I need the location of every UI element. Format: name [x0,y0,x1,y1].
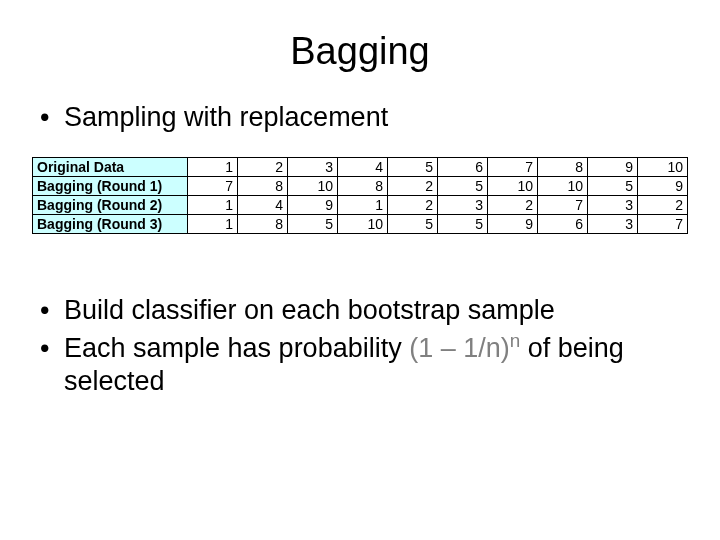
cell: 3 [588,195,638,214]
cell: 7 [188,176,238,195]
bullet-build-classifier: Build classifier on each bootstrap sampl… [40,294,688,328]
cell: 10 [638,157,688,176]
bagging-table-wrap: Original Data 1 2 3 4 5 6 7 8 9 10 Baggi… [32,157,688,234]
cell: 7 [538,195,588,214]
cell: 9 [588,157,638,176]
cell: 10 [538,176,588,195]
cell: 8 [238,214,288,233]
cell: 1 [188,195,238,214]
slide-title: Bagging [32,30,688,73]
cell: 1 [338,195,388,214]
cell: 9 [488,214,538,233]
cell: 5 [388,157,438,176]
cell: 6 [538,214,588,233]
row-label: Bagging (Round 1) [33,176,188,195]
cell: 5 [438,214,488,233]
bullet-list-bottom: Build classifier on each bootstrap sampl… [40,294,688,399]
cell: 10 [288,176,338,195]
cell: 1 [188,214,238,233]
bagging-table: Original Data 1 2 3 4 5 6 7 8 9 10 Baggi… [32,157,688,234]
cell: 3 [588,214,638,233]
cell: 4 [338,157,388,176]
cell: 1 [188,157,238,176]
row-label: Bagging (Round 2) [33,195,188,214]
row-label: Original Data [33,157,188,176]
formula-exponent: n [510,330,521,351]
cell: 8 [538,157,588,176]
cell: 9 [288,195,338,214]
cell: 8 [238,176,288,195]
bullet-sampling: Sampling with replacement [40,101,688,135]
cell: 5 [438,176,488,195]
probability-formula: (1 – 1/n)n [409,333,528,363]
cell: 5 [588,176,638,195]
bullet-text-pre: Each sample has probability [64,333,409,363]
cell: 2 [638,195,688,214]
cell: 3 [438,195,488,214]
row-label: Bagging (Round 3) [33,214,188,233]
cell: 10 [338,214,388,233]
cell: 4 [238,195,288,214]
cell: 10 [488,176,538,195]
cell: 2 [388,195,438,214]
cell: 5 [288,214,338,233]
cell: 8 [338,176,388,195]
table-row: Original Data 1 2 3 4 5 6 7 8 9 10 [33,157,688,176]
bullet-list-top: Sampling with replacement [40,101,688,135]
cell: 5 [388,214,438,233]
formula-base: (1 – 1/n) [409,333,510,363]
bullet-probability: Each sample has probability (1 – 1/n)n o… [40,332,688,400]
cell: 6 [438,157,488,176]
cell: 2 [388,176,438,195]
cell: 7 [488,157,538,176]
slide: Bagging Sampling with replacement Origin… [0,0,720,540]
bagging-table-body: Original Data 1 2 3 4 5 6 7 8 9 10 Baggi… [33,157,688,233]
cell: 3 [288,157,338,176]
cell: 2 [488,195,538,214]
table-row: Bagging (Round 1) 7 8 10 8 2 5 10 10 5 9 [33,176,688,195]
table-row: Bagging (Round 3) 1 8 5 10 5 5 9 6 3 7 [33,214,688,233]
cell: 9 [638,176,688,195]
cell: 2 [238,157,288,176]
cell: 7 [638,214,688,233]
formula-space [520,333,528,363]
table-row: Bagging (Round 2) 1 4 9 1 2 3 2 7 3 2 [33,195,688,214]
